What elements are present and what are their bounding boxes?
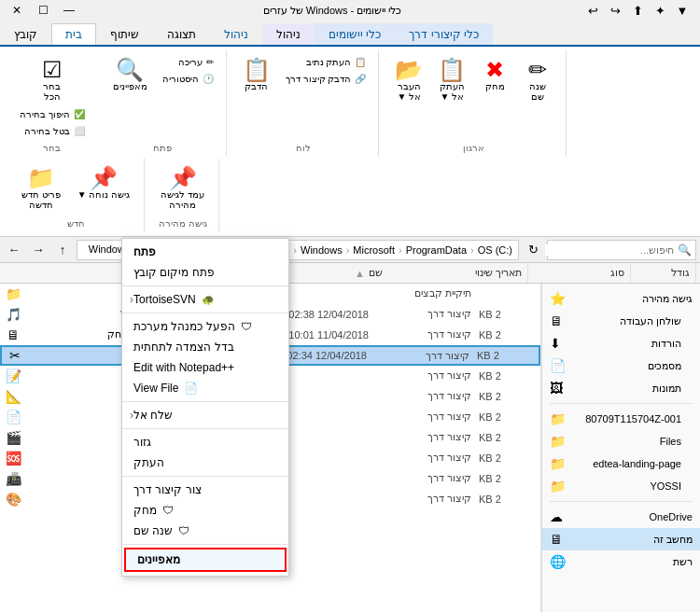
minimize-button[interactable]: — <box>56 1 82 20</box>
col-header-date[interactable]: תאריך שינוי <box>388 263 528 283</box>
cm-view-file[interactable]: View File 📄 <box>122 378 288 398</box>
star-icon: ⭐ <box>550 291 566 306</box>
tab-view[interactable]: תצוגה <box>153 23 210 45</box>
tab-nav-tools[interactable]: ניהול <box>262 23 315 45</box>
copy-path-button[interactable]: 📋העתק נתיב <box>281 54 371 70</box>
rename-shield-icon: 🛡 <box>178 524 189 537</box>
sidebar-item-folder-yossi[interactable]: 📁 YOSSI <box>542 475 700 497</box>
cm-cut[interactable]: גזור <box>122 432 288 452</box>
cm-tortoise[interactable]: TortoiseSVN 🐢 <box>122 289 288 310</box>
file-size: 2 KB <box>471 391 537 402</box>
file-size: 2 KB <box>471 329 537 341</box>
cm-rename[interactable]: שנה שם 🛡 <box>122 521 288 541</box>
file-type: קיצור דרך <box>369 369 471 382</box>
sidebar-divider <box>550 501 693 502</box>
sidebar-item-folder-files[interactable]: 📁 Files <box>542 430 700 452</box>
sidebar-item-folder-edtea[interactable]: 📁 edtea-landing-page <box>542 452 700 475</box>
cm-open-location-label: פתח מיקום קובץ <box>133 266 215 279</box>
qa-redo-button[interactable]: ↪ <box>605 2 625 19</box>
delete-button[interactable]: ✖ מחק <box>474 54 515 106</box>
up-button[interactable]: ↑ <box>52 240 73 260</box>
downloads-icon: ⬇ <box>550 336 561 351</box>
cm-tortoise-label: TortoiseSVN <box>133 293 196 306</box>
tab-share[interactable]: שיתוף <box>96 23 153 45</box>
move-to-button[interactable]: 📂 העבראל ▼ <box>388 54 429 106</box>
sidebar-item-quick-access[interactable]: ⭐ גישה מהירה <box>542 287 700 310</box>
file-type: קיצור דרך <box>369 452 471 464</box>
sidebar-item-network[interactable]: 🌐 רשת <box>542 550 700 573</box>
properties-button[interactable]: 🔍 מאפיינים <box>106 54 154 96</box>
cm-copy[interactable]: העתק <box>122 452 288 473</box>
qa-new-button[interactable]: ✦ <box>650 2 670 19</box>
col-header-type[interactable]: סוג <box>528 263 631 283</box>
edit-button[interactable]: ✏עריכה <box>158 54 218 70</box>
sidebar-item-label: 80709T115704Z-001 <box>571 413 681 424</box>
tab-manage[interactable]: ניהול <box>210 23 262 45</box>
cm-open-label: פתח <box>133 245 156 258</box>
close-button[interactable]: ✕ <box>4 1 30 20</box>
file-icon: 🎬 <box>4 430 22 445</box>
qa-up-button[interactable]: ⬆ <box>627 2 648 19</box>
window-controls[interactable]: — ☐ ✕ <box>4 1 82 20</box>
back-button[interactable]: ← <box>4 240 24 260</box>
path-part-drive: OS (C:) <box>478 244 512 256</box>
main-area: 📁 System Tools תיקיית קבצים 🎵 Windows Me… <box>0 284 700 612</box>
qa-dropdown-button[interactable]: ▼ <box>672 2 693 19</box>
clear-selection-button[interactable]: ⬜בטל בחירה <box>15 123 90 139</box>
ribbon-group-clipboard: 📋 הדבק 📋העתק נתיב 🔗הדבק קיצור דרך לוח <box>229 50 380 157</box>
pin-quick-access-button[interactable]: 📌 עמד לגישהמהירה <box>154 162 211 215</box>
tab-home[interactable]: בית <box>51 23 96 45</box>
select-group-label: בחר <box>43 139 61 153</box>
easy-access-button[interactable]: 📌 גישה נוחה ▼ <box>71 162 136 215</box>
invert-selection-button[interactable]: ✅היפוך בחירה <box>15 106 90 122</box>
select-all-button[interactable]: ☑ בחרהכל <box>32 54 73 106</box>
delete-shield-icon: 🛡 <box>162 504 174 517</box>
sidebar-item-this-pc[interactable]: 🖥 מחשב זה <box>542 528 700 550</box>
cm-send-to[interactable]: שלח אל <box>122 405 288 425</box>
cm-run-as-admin[interactable]: הפעל כמנהל מערכת 🛡 <box>122 316 288 337</box>
qa-undo-button[interactable]: ↩ <box>582 2 603 19</box>
cm-notepad[interactable]: ++Edit with Notepad <box>122 357 288 378</box>
search-icon: 🔍 <box>678 243 692 257</box>
col-header-size[interactable]: גודל <box>631 263 696 283</box>
open-group-label: פתח <box>153 139 172 153</box>
tab-app-tools[interactable]: כלי יישומים <box>315 23 395 45</box>
title-bar: — ☐ ✕ כלי יישומים - Windows של עזרים ↩ ↪… <box>0 0 700 21</box>
tab-file[interactable]: קובץ <box>0 23 51 45</box>
history-button[interactable]: 🕐היסטוריה <box>158 71 218 87</box>
sidebar-item-documents[interactable]: 📄 מסמכים <box>542 355 700 377</box>
maximize-button[interactable]: ☐ <box>30 1 56 20</box>
new-folder-button[interactable]: 📁 פריט חדשחדשה <box>15 162 67 215</box>
sidebar-item-onedrive[interactable]: ☁ OneDrive <box>542 506 700 528</box>
refresh-button[interactable]: ↻ <box>523 240 543 260</box>
cm-shortcut[interactable]: צור קיצור דרך <box>122 480 288 500</box>
forward-button[interactable]: → <box>28 240 49 260</box>
sidebar-item-folder-001[interactable]: 📁 80709T115704Z-001 <box>542 408 700 430</box>
folder-icon: 📁 <box>550 434 566 449</box>
cm-separator <box>122 544 288 545</box>
sidebar-item-pictures[interactable]: 🖼 תמונות <box>542 377 700 399</box>
file-size: 2 KB <box>471 370 537 382</box>
sidebar-item-desktop[interactable]: 🖥 שולחן העבודה <box>542 310 700 332</box>
sidebar-item-label: רשת <box>571 556 693 568</box>
paste-shortcut-button[interactable]: 🔗הדבק קיצור דרך <box>281 71 371 87</box>
sidebar-item-downloads[interactable]: ⬇ הורדות <box>542 332 700 355</box>
tab-shortcut-tools[interactable]: כלי קיצורי דרך <box>395 23 493 45</box>
search-input[interactable] <box>545 244 674 256</box>
file-icon: 🖥 <box>4 327 22 342</box>
file-type: קיצור דרך <box>369 308 471 320</box>
paste-button[interactable]: 📋 הדבק <box>236 54 277 96</box>
file-size: 2 KB <box>469 350 535 361</box>
file-type: קיצור דרך <box>369 431 471 443</box>
sidebar-item-label: מסמכים <box>571 360 681 372</box>
rename-button[interactable]: ✏ שנהשם <box>517 54 558 106</box>
cm-open[interactable]: פתח <box>122 242 288 262</box>
file-size: 2 KB <box>471 432 537 443</box>
select-buttons: ☑ בחרהכל <box>32 54 73 106</box>
ribbon-tabs: קובץ בית שיתוף תצוגה ניהול ניהול כלי ייש… <box>0 21 700 45</box>
copy-to-button[interactable]: 📋 העתקאל ▼ <box>431 54 472 106</box>
cm-compat[interactable]: בדל הצמדה לתחתית <box>122 337 288 357</box>
cm-properties[interactable]: מאפיינים <box>124 548 287 572</box>
cm-open-location[interactable]: פתח מיקום קובץ <box>122 262 288 283</box>
cm-delete[interactable]: מחק 🛡 <box>122 500 288 521</box>
